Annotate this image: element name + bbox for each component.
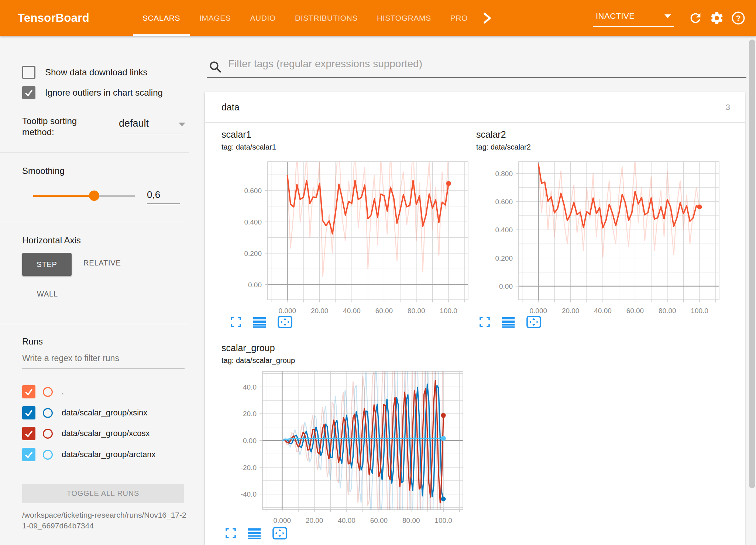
tab-bar: SCALARS IMAGES AUDIO DISTRIBUTIONS HISTO… — [133, 0, 494, 36]
toggle-all-runs-button[interactable]: TOGGLE ALL RUNS — [22, 484, 184, 503]
svg-text:-40.0: -40.0 — [241, 490, 257, 498]
ignore-outliers-checkbox[interactable] — [22, 86, 35, 99]
runs-filter-input[interactable] — [22, 353, 185, 369]
chart-title: scalar2 — [476, 129, 531, 140]
tab-distributions[interactable]: DISTRIBUTIONS — [285, 0, 367, 36]
svg-text:0.400: 0.400 — [244, 218, 262, 226]
svg-text:?: ? — [736, 14, 740, 23]
expand-chart-icon[interactable] — [479, 316, 491, 328]
expand-chart-icon[interactable] — [230, 316, 242, 328]
haxis-relative-button[interactable]: RELATIVE — [83, 259, 121, 267]
svg-text:0.00: 0.00 — [243, 437, 257, 445]
run-checkbox[interactable] — [22, 427, 35, 440]
data-lines-icon[interactable] — [502, 316, 515, 328]
run-label: . — [62, 387, 64, 397]
tab-pro[interactable]: PRO — [441, 0, 477, 36]
svg-text:0.400: 0.400 — [495, 226, 513, 234]
tab-images[interactable]: IMAGES — [190, 0, 240, 36]
chevron-down-icon — [179, 123, 185, 126]
run-checkbox[interactable] — [22, 385, 35, 398]
svg-text:40.00: 40.00 — [338, 517, 355, 524]
run-isolate-radio[interactable] — [43, 387, 53, 397]
svg-text:0.600: 0.600 — [244, 187, 262, 195]
checkmark-icon — [24, 450, 34, 459]
svg-text:0.800: 0.800 — [495, 170, 513, 178]
filter-tags-input[interactable] — [228, 58, 738, 70]
data-lines-icon[interactable] — [248, 527, 261, 539]
vertical-scrollbar[interactable] — [749, 40, 755, 488]
scalar1-line-chart[interactable]: 0.00020.0040.0060.0080.00100.00.6000.400… — [223, 158, 482, 321]
chart-actions-scalar1 — [230, 315, 293, 329]
checkmark-icon — [24, 88, 34, 97]
chart-block-scalar-group: scalar_group tag: data/scalar_group — [221, 343, 295, 365]
chart-tag: tag: data/scalar_group — [221, 356, 295, 365]
gear-icon[interactable] — [709, 10, 725, 26]
svg-text:20.00: 20.00 — [562, 307, 580, 315]
app-title: TensorBoard — [18, 11, 89, 25]
scalar-group-line-chart[interactable]: 0.00020.0040.0060.0080.00100.040.020.00.… — [218, 368, 477, 530]
smoothing-value-input[interactable]: 0,6 — [147, 189, 180, 204]
run-label: data/scalar_group/arctanx — [62, 450, 155, 459]
runs-directory-path: /workspace/ticketing-research/runs/Nov16… — [22, 510, 186, 531]
chart-actions-scalar-group — [225, 527, 288, 540]
tooltip-sorting-dropdown[interactable]: default — [119, 118, 185, 134]
svg-text:20.0: 20.0 — [243, 410, 257, 418]
run-row-xcosx[interactable]: data/scalar_group/xcosx — [22, 427, 150, 440]
run-isolate-radio[interactable] — [43, 408, 53, 418]
fit-domain-icon[interactable] — [277, 315, 293, 329]
chart-title: scalar1 — [221, 129, 276, 140]
scalar2-line-chart[interactable]: 0.00020.0040.0060.0080.00100.00.8000.600… — [474, 158, 733, 321]
slider-fill — [33, 195, 94, 197]
svg-text:0.00: 0.00 — [248, 281, 262, 289]
tab-scalars[interactable]: SCALARS — [133, 0, 190, 36]
tabs-overflow-chevron-icon[interactable] — [480, 11, 494, 25]
tag-group-count: 3 — [726, 103, 730, 112]
svg-text:0.000: 0.000 — [279, 307, 296, 315]
filter-tags-field[interactable] — [207, 55, 746, 78]
svg-text:0.00: 0.00 — [499, 282, 513, 290]
svg-text:40.00: 40.00 — [594, 307, 612, 315]
run-row-arctanx[interactable]: data/scalar_group/arctanx — [22, 448, 155, 461]
chevron-down-icon — [664, 14, 671, 18]
chart-actions-scalar2 — [479, 315, 542, 329]
data-tag-card: data 3 scalar1 tag: data/scalar1 0.00020… — [205, 92, 745, 545]
reload-status-dropdown[interactable]: INACTIVE — [593, 9, 674, 27]
run-checkbox[interactable] — [22, 448, 35, 461]
sidebar-divider — [0, 152, 189, 153]
tooltip-sorting-label: Tooltip sorting method: — [22, 116, 107, 138]
refresh-icon[interactable] — [687, 10, 704, 26]
settings-sidebar: Show data download links Ignore outliers… — [0, 36, 189, 545]
svg-text:-20.0: -20.0 — [241, 464, 257, 472]
help-icon[interactable]: ? — [730, 10, 746, 26]
slider-thumb[interactable] — [89, 191, 99, 201]
show-download-links-checkbox[interactable] — [22, 66, 35, 79]
run-checkbox[interactable] — [22, 406, 35, 419]
run-isolate-radio[interactable] — [43, 450, 53, 460]
svg-text:60.00: 60.00 — [375, 307, 393, 315]
run-label: data/scalar_group/xcosx — [62, 429, 150, 438]
haxis-wall-button[interactable]: WALL — [37, 290, 58, 298]
header-controls: INACTIVE ? — [593, 9, 746, 27]
expand-chart-icon[interactable] — [225, 527, 237, 539]
show-download-links-label: Show data download links — [45, 67, 148, 78]
smoothing-slider[interactable] — [33, 193, 135, 198]
run-row-xsinx[interactable]: data/scalar_group/xsinx — [22, 406, 147, 419]
run-isolate-radio[interactable] — [43, 429, 53, 439]
data-lines-icon[interactable] — [253, 316, 266, 328]
run-row-dot[interactable]: . — [22, 385, 64, 398]
tab-audio[interactable]: AUDIO — [240, 0, 285, 36]
fit-domain-icon[interactable] — [526, 315, 542, 329]
svg-text:40.0: 40.0 — [243, 383, 257, 391]
haxis-step-button[interactable]: STEP — [22, 253, 72, 276]
show-download-links-row[interactable]: Show data download links — [22, 66, 189, 79]
tag-group-title: data — [221, 102, 240, 113]
ignore-outliers-row[interactable]: Ignore outliers in chart scaling — [22, 86, 189, 99]
svg-text:80.00: 80.00 — [402, 517, 420, 524]
svg-text:0.200: 0.200 — [495, 254, 513, 262]
tab-histograms[interactable]: HISTOGRAMS — [367, 0, 441, 36]
tag-group-header[interactable]: data 3 — [205, 92, 745, 123]
smoothing-label: Smoothing — [22, 166, 65, 176]
tooltip-sorting-value: default — [119, 118, 149, 129]
fit-domain-icon[interactable] — [272, 527, 288, 540]
chart-block-scalar2: scalar2 tag: data/scalar2 — [476, 129, 531, 151]
